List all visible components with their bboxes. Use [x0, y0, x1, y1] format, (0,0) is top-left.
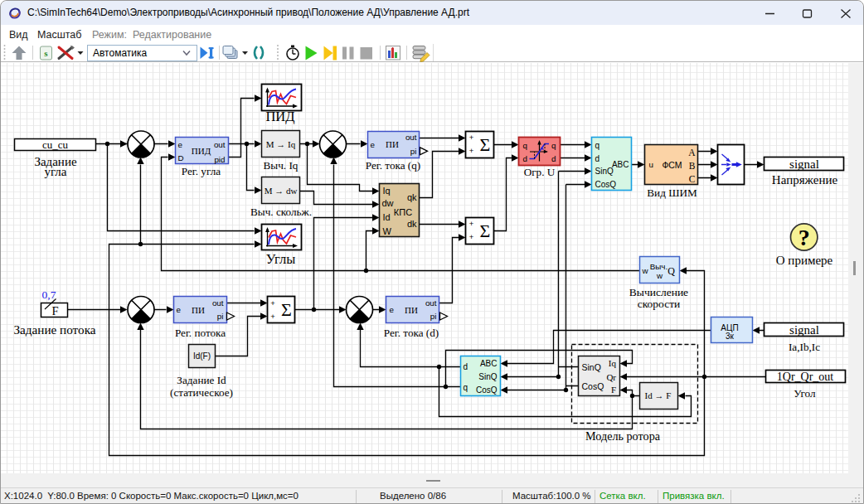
svg-text:out: out — [212, 298, 224, 308]
svg-text:КПС: КПС — [394, 207, 412, 217]
svg-text:A: A — [688, 148, 696, 158]
svg-text:dk: dk — [407, 219, 417, 229]
svg-text:out: out — [425, 298, 437, 308]
svg-text:d: d — [595, 154, 600, 163]
svg-text:Угол: Угол — [794, 387, 816, 400]
svg-text:Рег. угла: Рег. угла — [182, 165, 221, 177]
svg-text:+: + — [270, 298, 275, 308]
svg-text:ПИ: ПИ — [192, 305, 205, 315]
svg-text:SinQ: SinQ — [478, 372, 497, 381]
svg-text:ПИД: ПИД — [192, 146, 211, 156]
svg-text:D: D — [178, 153, 184, 162]
svg-text:SinQ: SinQ — [595, 167, 614, 176]
svg-text:s: s — [44, 48, 48, 58]
svg-text:dw: dw — [382, 198, 394, 208]
svg-text:signal: signal — [789, 323, 819, 337]
svg-text:q: q — [523, 141, 527, 150]
svg-text:3к: 3к — [726, 332, 735, 341]
svg-text:?: ? — [798, 225, 810, 250]
svg-text:Выч.: Выч. — [650, 262, 667, 271]
svg-text:F: F — [611, 385, 616, 395]
svg-text:Id → F: Id → F — [645, 390, 672, 400]
svg-text:q: q — [464, 383, 468, 392]
svg-text:+: + — [469, 133, 474, 142]
svg-text:out: out — [405, 133, 417, 142]
svg-text:Σ: Σ — [480, 220, 491, 241]
svg-text:pi: pi — [217, 312, 224, 321]
svg-text:Углы: Углы — [266, 251, 295, 267]
svg-text:q: q — [595, 141, 600, 150]
svg-text:e: e — [390, 305, 395, 314]
svg-text:pi: pi — [410, 147, 417, 156]
svg-text:C: C — [689, 174, 696, 184]
svg-text:(статическое): (статическое) — [170, 386, 233, 399]
svg-text:d: d — [551, 154, 556, 163]
svg-text:d: d — [464, 362, 468, 371]
svg-text:Ia,Ib,Ic: Ia,Ib,Ic — [789, 341, 820, 353]
svg-text:W: W — [383, 226, 392, 236]
svg-text:e: e — [177, 305, 182, 314]
svg-text:Id: Id — [383, 212, 391, 222]
svg-text:Qr: Qr — [606, 372, 616, 382]
svg-text:ПИ: ПИ — [405, 305, 418, 315]
svg-text:ABC: ABC — [480, 359, 498, 368]
svg-text:B: B — [689, 161, 696, 171]
svg-text:1Qr_Qr_out: 1Qr_Qr_out — [777, 371, 834, 383]
svg-text:Id(F): Id(F) — [193, 351, 211, 361]
svg-text:Рег. потока: Рег. потока — [175, 327, 226, 339]
svg-text:pid: pid — [214, 155, 225, 164]
svg-text:+: + — [469, 232, 474, 241]
svg-text:M → Iq: M → Iq — [266, 139, 296, 149]
svg-text:CosQ: CosQ — [582, 381, 604, 391]
svg-text:Iq: Iq — [383, 186, 391, 196]
svg-text:out: out — [214, 140, 226, 149]
svg-text:ПИД: ПИД — [265, 109, 294, 124]
svg-text:Рег. тока (d): Рег. тока (d) — [384, 327, 439, 339]
svg-text:signal: signal — [789, 158, 819, 171]
svg-text:SinQ: SinQ — [582, 362, 601, 372]
svg-text:u: u — [649, 160, 653, 169]
svg-text:Q: Q — [667, 265, 675, 277]
svg-text:cu_cu: cu_cu — [42, 138, 69, 151]
svg-text:w: w — [656, 271, 663, 280]
svg-text:d: d — [523, 154, 527, 163]
svg-text:CosQ: CosQ — [595, 180, 617, 189]
svg-text:Модель ротора: Модель ротора — [585, 429, 661, 443]
svg-text:pi: pi — [430, 312, 437, 321]
svg-text:Задание потока: Задание потока — [13, 322, 95, 337]
svg-text:Рег. тока (q): Рег. тока (q) — [366, 159, 420, 172]
svg-text:e: e — [371, 140, 376, 149]
svg-text:Напряжение: Напряжение — [772, 173, 838, 187]
svg-text:+: + — [469, 219, 474, 228]
svg-text:Задание Id: Задание Id — [177, 374, 226, 386]
svg-text:ABC: ABC — [612, 160, 629, 169]
svg-text:Σ: Σ — [281, 299, 292, 320]
svg-text:F: F — [51, 304, 58, 317]
svg-text:CosQ: CosQ — [476, 385, 498, 395]
svg-text:w: w — [642, 266, 649, 275]
svg-text:О примере: О примере — [776, 254, 833, 267]
svg-text:Вид ШИМ: Вид ШИМ — [647, 187, 697, 199]
svg-text:qk: qk — [407, 192, 417, 202]
svg-text:+: + — [270, 312, 275, 321]
svg-text:ПИ: ПИ — [386, 139, 399, 149]
svg-text:Iq: Iq — [609, 358, 617, 368]
svg-text:Автоматика: Автоматика — [93, 47, 148, 59]
svg-text:M → dw: M → dw — [265, 186, 298, 196]
svg-text:0,7: 0,7 — [42, 288, 56, 301]
svg-text:угла: угла — [44, 165, 66, 178]
svg-text:e: e — [178, 140, 183, 149]
svg-text:q: q — [551, 141, 556, 150]
svg-text:+: + — [469, 146, 474, 155]
svg-text:Выч. скольж.: Выч. скольж. — [250, 206, 312, 218]
svg-text:Выч. Iq: Выч. Iq — [264, 159, 299, 172]
svg-text:Огр. U: Огр. U — [524, 166, 556, 178]
svg-text:ФСМ: ФСМ — [662, 160, 682, 170]
svg-text:Σ: Σ — [480, 134, 491, 155]
svg-text:скорости: скорости — [638, 298, 681, 310]
